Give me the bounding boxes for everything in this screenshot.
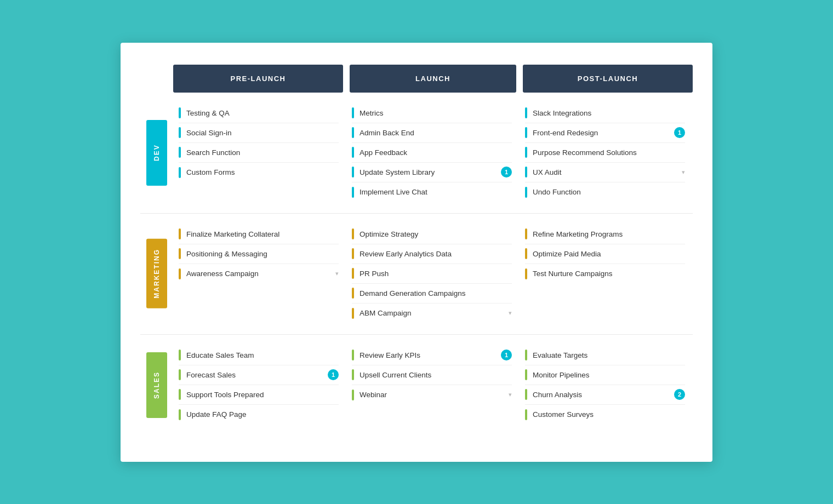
task-item[interactable]: UX Audit▾ bbox=[525, 163, 685, 182]
dev-label-cell: DEV bbox=[140, 93, 173, 213]
task-item[interactable]: Finalize Marketing Collateral bbox=[179, 225, 339, 244]
task-item[interactable]: App Feedback bbox=[352, 143, 512, 163]
col-header-prelaunch: PRE-LAUNCH bbox=[173, 65, 343, 93]
task-label: Front-end Redesign bbox=[533, 129, 671, 137]
task-label: Webinar bbox=[360, 391, 505, 399]
planning-grid: PRE-LAUNCH LAUNCH POST-LAUNCH DEV Testin… bbox=[140, 65, 693, 436]
task-label: Customer Surveys bbox=[533, 410, 685, 419]
task-label: Support Tools Prepared bbox=[186, 391, 339, 399]
task-label: Review Early KPIs bbox=[360, 351, 498, 359]
task-item[interactable]: Search Function bbox=[179, 143, 339, 163]
col-header-postlaunch: POST-LAUNCH bbox=[523, 65, 693, 93]
dropdown-arrow-icon[interactable]: ▾ bbox=[682, 169, 685, 176]
task-bar bbox=[352, 107, 354, 118]
task-item[interactable]: Evaluate Targets bbox=[525, 346, 685, 365]
task-bar bbox=[179, 409, 181, 420]
task-item[interactable]: Social Sign-in bbox=[179, 123, 339, 143]
task-bar bbox=[352, 390, 354, 400]
task-label: Positioning & Messaging bbox=[186, 250, 339, 258]
dropdown-arrow-icon[interactable]: ▾ bbox=[335, 270, 339, 277]
task-bar bbox=[525, 248, 527, 259]
task-item[interactable]: Purpose Recommend Solutions bbox=[525, 143, 685, 163]
task-label: Admin Back End bbox=[360, 129, 512, 137]
task-item[interactable]: Optimize Strategy bbox=[352, 225, 512, 244]
task-item[interactable]: Churn Analysis2 bbox=[525, 385, 685, 405]
task-label: UX Audit bbox=[533, 168, 678, 176]
task-item[interactable]: Monitor Pipelines bbox=[525, 365, 685, 385]
task-bar bbox=[525, 369, 527, 380]
task-badge: 1 bbox=[501, 350, 512, 360]
task-bar bbox=[179, 147, 181, 158]
dev-row-label: DEV bbox=[146, 120, 167, 186]
task-bar bbox=[179, 248, 181, 259]
task-label: Update FAQ Page bbox=[186, 410, 339, 419]
task-item[interactable]: Webinar▾ bbox=[352, 385, 512, 405]
task-item[interactable]: Update FAQ Page bbox=[179, 405, 339, 425]
task-item[interactable]: Custom Forms bbox=[179, 163, 339, 182]
task-label: Finalize Marketing Collateral bbox=[186, 230, 339, 238]
task-item[interactable]: Undo Function bbox=[525, 182, 685, 202]
task-bar bbox=[352, 127, 354, 138]
task-item[interactable]: Update System Library1 bbox=[352, 163, 512, 182]
task-label: Custom Forms bbox=[186, 168, 339, 176]
task-label: Search Function bbox=[186, 148, 339, 157]
task-bar bbox=[179, 369, 181, 380]
task-item[interactable]: Admin Back End bbox=[352, 123, 512, 143]
task-label: Testing & QA bbox=[186, 109, 339, 117]
dev-launch-cell: MetricsAdmin Back EndApp FeedbackUpdate … bbox=[346, 93, 520, 213]
task-label: Update System Library bbox=[360, 168, 498, 176]
task-bar bbox=[525, 389, 527, 400]
task-item[interactable]: Review Early Analytics Data bbox=[352, 244, 512, 264]
task-bar bbox=[525, 350, 527, 360]
dev-prelaunch-cell: Testing & QASocial Sign-inSearch Functio… bbox=[173, 93, 346, 213]
task-label: Purpose Recommend Solutions bbox=[533, 148, 685, 157]
task-bar bbox=[179, 268, 181, 279]
task-label: PR Push bbox=[360, 270, 512, 278]
marketing-launch-cell: Optimize StrategyReview Early Analytics … bbox=[346, 213, 520, 334]
task-label: Slack Integrations bbox=[533, 109, 685, 117]
dropdown-arrow-icon[interactable]: ▾ bbox=[509, 391, 512, 398]
task-bar bbox=[352, 308, 354, 319]
task-item[interactable]: Demand Generation Campaigns bbox=[352, 284, 512, 303]
col-header-launch: LAUNCH bbox=[350, 65, 516, 93]
task-bar bbox=[179, 228, 181, 239]
task-item[interactable]: Test Nurture Campaigns bbox=[525, 264, 685, 284]
task-label: Demand Generation Campaigns bbox=[360, 289, 512, 297]
main-card: PRE-LAUNCH LAUNCH POST-LAUNCH DEV Testin… bbox=[121, 43, 712, 462]
header-spacer bbox=[140, 65, 173, 93]
task-item[interactable]: Metrics bbox=[352, 104, 512, 123]
task-item[interactable]: Upsell Current Clients bbox=[352, 365, 512, 385]
task-item[interactable]: Refine Marketing Programs bbox=[525, 225, 685, 244]
task-item[interactable]: PR Push bbox=[352, 264, 512, 284]
task-label: Optimize Strategy bbox=[360, 230, 512, 238]
task-item[interactable]: Educate Sales Team bbox=[179, 346, 339, 365]
task-item[interactable]: Forecast Sales1 bbox=[179, 365, 339, 385]
task-item[interactable]: Implement Live Chat bbox=[352, 182, 512, 202]
task-item[interactable]: Customer Surveys bbox=[525, 405, 685, 425]
task-bar bbox=[352, 147, 354, 158]
marketing-row-label: MARKETING bbox=[146, 239, 167, 308]
task-item[interactable]: Slack Integrations bbox=[525, 104, 685, 123]
task-label: Forecast Sales bbox=[186, 371, 324, 379]
task-bar bbox=[352, 350, 354, 360]
task-item[interactable]: Testing & QA bbox=[179, 104, 339, 123]
task-badge: 1 bbox=[674, 127, 685, 138]
task-item[interactable]: Positioning & Messaging bbox=[179, 244, 339, 264]
task-label: Metrics bbox=[360, 109, 512, 117]
task-label: ABM Campaign bbox=[360, 309, 505, 317]
task-item[interactable]: Optimize Paid Media bbox=[525, 244, 685, 264]
dropdown-arrow-icon[interactable]: ▾ bbox=[509, 310, 512, 317]
task-label: Social Sign-in bbox=[186, 129, 339, 137]
task-item[interactable]: Review Early KPIs1 bbox=[352, 346, 512, 365]
task-label: Upsell Current Clients bbox=[360, 371, 512, 379]
task-label: Implement Live Chat bbox=[360, 188, 512, 196]
task-bar bbox=[525, 409, 527, 420]
task-item[interactable]: ABM Campaign▾ bbox=[352, 303, 512, 323]
task-item[interactable]: Support Tools Prepared bbox=[179, 385, 339, 405]
task-item[interactable]: Awareness Campaign▾ bbox=[179, 264, 339, 284]
task-label: Refine Marketing Programs bbox=[533, 230, 685, 238]
sales-label-cell: SALES bbox=[140, 334, 173, 436]
task-bar bbox=[352, 187, 354, 198]
task-item[interactable]: Front-end Redesign1 bbox=[525, 123, 685, 143]
task-label: Churn Analysis bbox=[533, 391, 671, 399]
